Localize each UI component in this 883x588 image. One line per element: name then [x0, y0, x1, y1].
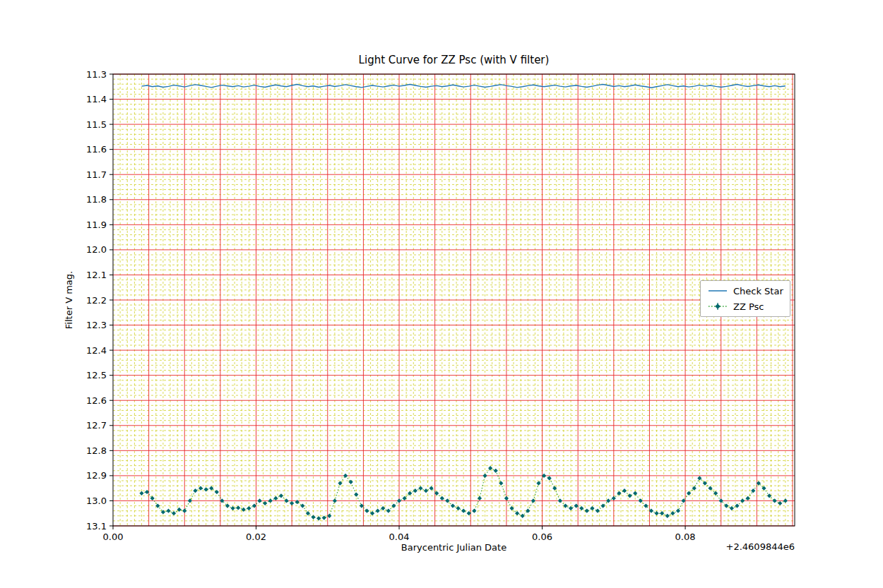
svg-text:11.6: 11.6	[86, 144, 107, 155]
svg-text:13.1: 13.1	[86, 521, 107, 532]
svg-text:12.9: 12.9	[86, 470, 107, 481]
legend-entry-zz-psc: ZZ Psc	[707, 300, 783, 313]
svg-text:0.08: 0.08	[675, 532, 696, 542]
x-axis-offset-label: +2.4609844e6	[706, 541, 795, 552]
check-star-line-icon	[707, 286, 728, 296]
svg-text:12.8: 12.8	[86, 445, 107, 456]
legend: Check Star ZZ Psc	[700, 280, 790, 317]
svg-text:12.2: 12.2	[86, 295, 107, 306]
svg-text:12.3: 12.3	[86, 320, 107, 330]
light-curve-figure: 0.000.020.040.060.0811.311.411.511.611.7…	[0, 0, 883, 588]
svg-text:12.1: 12.1	[86, 270, 107, 280]
svg-text:12.6: 12.6	[86, 395, 107, 406]
legend-label-zz-psc: ZZ Psc	[733, 301, 764, 312]
zz-psc-marker-icon	[707, 301, 728, 311]
svg-text:12.5: 12.5	[86, 370, 107, 380]
svg-text:11.3: 11.3	[86, 69, 107, 80]
svg-text:12.4: 12.4	[86, 345, 107, 356]
svg-text:13.0: 13.0	[86, 496, 107, 506]
svg-text:11.7: 11.7	[86, 169, 107, 180]
svg-text:0.06: 0.06	[532, 532, 552, 542]
svg-text:0.02: 0.02	[246, 532, 266, 542]
svg-text:0.04: 0.04	[389, 532, 410, 542]
x-axis-label: Barycentric Julian Date	[113, 542, 795, 553]
y-axis-label: Filter V mag.	[64, 271, 74, 329]
series-check-star	[142, 85, 786, 88]
legend-entry-check-star: Check Star	[707, 284, 783, 297]
svg-text:0.00: 0.00	[103, 532, 124, 542]
svg-text:11.4: 11.4	[86, 94, 107, 104]
legend-label-check-star: Check Star	[733, 286, 783, 296]
svg-text:11.5: 11.5	[86, 119, 107, 130]
svg-text:11.8: 11.8	[86, 194, 107, 205]
tick-marks	[109, 74, 685, 529]
svg-text:12.0: 12.0	[86, 244, 107, 255]
tick-labels: 0.000.020.040.060.0811.311.411.511.611.7…	[86, 69, 696, 543]
svg-text:11.9: 11.9	[86, 220, 107, 230]
svg-text:12.7: 12.7	[86, 420, 107, 431]
chart-title: Light Curve for ZZ Psc (with V filter)	[113, 54, 795, 66]
